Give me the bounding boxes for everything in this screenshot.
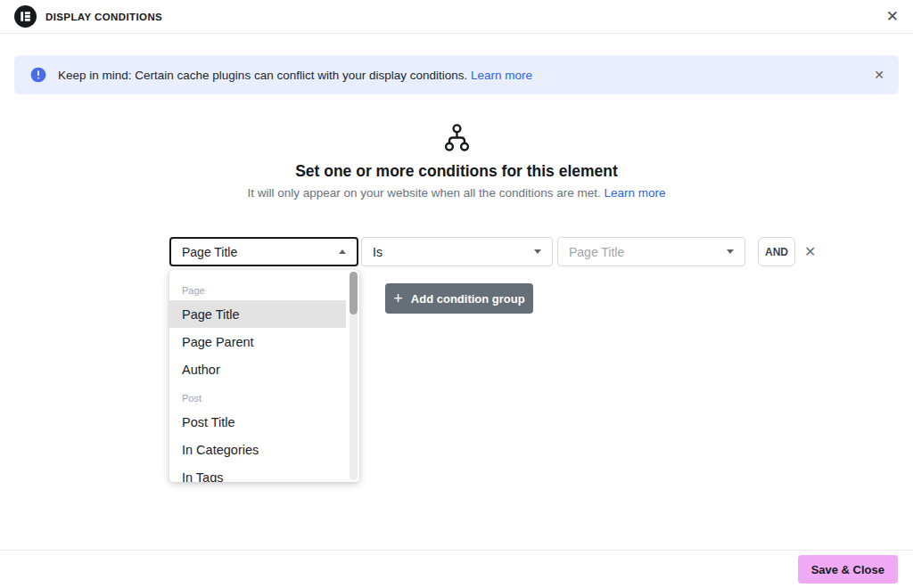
sitemap-icon	[444, 124, 470, 152]
remove-condition-icon[interactable]: ✕	[804, 245, 816, 259]
info-icon	[30, 67, 46, 83]
and-toggle-button[interactable]: AND	[758, 237, 795, 266]
dialog-title: DISPLAY CONDITIONS	[45, 12, 162, 22]
caret-down-icon	[727, 249, 734, 254]
banner-close-icon[interactable]: ✕	[874, 69, 884, 81]
dropdown-item-in-tags[interactable]: In Tags	[169, 463, 346, 482]
caret-down-icon	[534, 249, 541, 254]
plus-icon: +	[393, 290, 403, 306]
condition-value-placeholder: Page Title	[569, 245, 624, 259]
banner-learn-more-link[interactable]: Learn more	[471, 69, 532, 82]
dropdown-group-label-page: Page	[169, 275, 359, 300]
condition-value-select[interactable]: Page Title	[557, 237, 745, 266]
condition-dropdown-list: Page Page Title Page Parent Author Post …	[169, 270, 359, 482]
caret-up-icon	[339, 249, 346, 254]
dropdown-group-label-post: Post	[169, 383, 359, 408]
dropdown-item-post-title[interactable]: Post Title	[169, 408, 346, 436]
condition-operator-value: Is	[373, 245, 382, 259]
cache-warning-banner: Keep in mind: Certain cache plugins can …	[14, 55, 899, 94]
dropdown-scrollbar-thumb[interactable]	[350, 272, 358, 314]
page-title: Set one or more conditions for this elem…	[0, 162, 913, 181]
hero-subtitle-text: It will only appear on your website when…	[247, 186, 600, 200]
add-condition-group-button[interactable]: + Add condition group	[385, 283, 533, 314]
add-condition-group-label: Add condition group	[411, 292, 525, 306]
hero-section: Set one or more conditions for this elem…	[0, 124, 913, 200]
dropdown-item-author[interactable]: Author	[169, 355, 346, 383]
dialog-close-icon[interactable]: ✕	[886, 9, 899, 24]
condition-type-select[interactable]: Page Title	[169, 237, 358, 266]
dropdown-item-in-categories[interactable]: In Categories	[169, 436, 346, 463]
hero-subtitle: It will only appear on your website when…	[0, 186, 913, 200]
elementor-logo-icon	[14, 5, 37, 28]
dropdown-scrollbar[interactable]	[350, 272, 358, 480]
banner-message: Keep in mind: Certain cache plugins can …	[58, 69, 532, 82]
condition-operator-select[interactable]: Is	[361, 237, 553, 266]
dropdown-item-page-parent[interactable]: Page Parent	[169, 328, 346, 355]
hero-learn-more-link[interactable]: Learn more	[604, 186, 665, 200]
dropdown-item-page-title[interactable]: Page Title	[169, 300, 346, 328]
dialog-header: DISPLAY CONDITIONS ✕	[0, 0, 913, 34]
condition-row: Page Title Is Page Title AND ✕	[169, 237, 816, 266]
dialog-footer: Save & Close	[0, 550, 913, 588]
banner-message-text: Keep in mind: Certain cache plugins can …	[58, 69, 467, 82]
condition-type-value: Page Title	[182, 245, 237, 259]
save-and-close-button[interactable]: Save & Close	[798, 555, 898, 584]
